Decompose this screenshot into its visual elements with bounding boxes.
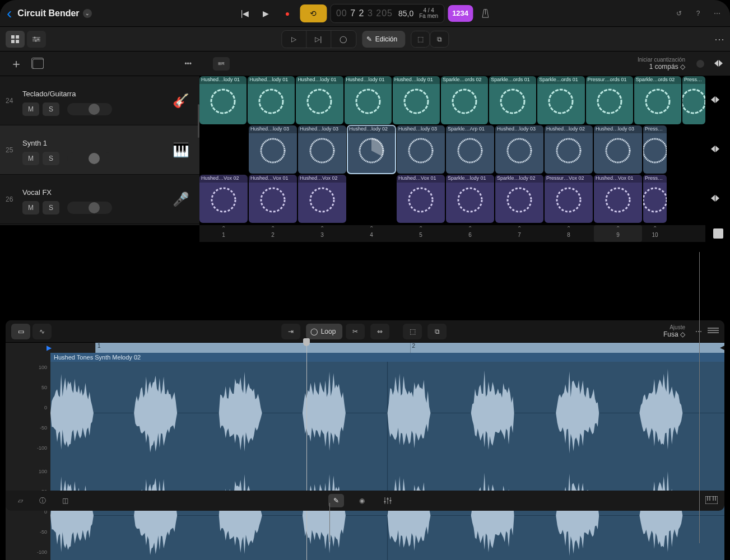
loop-cell[interactable]: Hushed…lody 01 <box>345 76 392 124</box>
loop-cell[interactable]: Pressur…ords 01 <box>586 76 633 124</box>
loop-cell[interactable]: Hushed…Vox 01 <box>249 175 297 223</box>
selection-tool-button[interactable]: ⬚ <box>411 31 430 48</box>
back-button[interactable]: ‹ <box>7 4 12 22</box>
stretch-button[interactable]: ⇔ <box>370 324 389 339</box>
loop-cell[interactable] <box>199 125 248 174</box>
go-to-start-button[interactable]: |◀ <box>236 4 254 22</box>
row-trigger-button[interactable] <box>711 195 724 205</box>
loop-cell[interactable]: Hushed…lody 03 <box>495 125 543 174</box>
copy-tool-button[interactable]: ⧉ <box>430 31 449 48</box>
region-view-button[interactable]: ▭ <box>11 324 30 339</box>
edit-mode-button[interactable]: ✎ Edición <box>362 31 405 48</box>
loop-cell[interactable]: Hushed…lody 03 <box>249 125 297 174</box>
keyboard-icon[interactable] <box>705 496 718 506</box>
volume-fader[interactable] <box>67 152 112 165</box>
loop-cell[interactable]: Pressur…Vox 02 <box>545 175 593 223</box>
loop-cell[interactable]: Hushed…lody 01 <box>248 76 295 124</box>
solo-button[interactable]: S <box>43 102 59 116</box>
play-button[interactable]: ▶ <box>257 4 275 22</box>
scene-trigger[interactable]: 9 <box>594 225 642 242</box>
loop-cell[interactable]: Pressur… <box>643 125 667 174</box>
snap-button[interactable]: ⇥ <box>281 324 300 339</box>
mute-button[interactable]: M <box>22 152 39 165</box>
edit-pencil-icon[interactable]: ✎ <box>328 494 344 507</box>
tray-icon[interactable]: ▱ <box>12 494 28 507</box>
scissors-button[interactable]: ✂ <box>346 324 365 339</box>
editor-ruler[interactable]: 1 2 ◀ <box>95 343 724 353</box>
grid-view-button[interactable] <box>6 31 25 48</box>
stop-all-button[interactable] <box>713 228 723 239</box>
loop-cell[interactable]: Hushed…lody 03 <box>397 125 445 174</box>
volume-fader[interactable] <box>67 103 112 115</box>
loop-cell[interactable]: Hushed…lody 01 <box>199 76 247 124</box>
track-header[interactable]: 25 Synth 1 M S 🎹 <box>0 125 199 175</box>
mute-button[interactable]: M <box>22 201 39 214</box>
undo-icon[interactable]: ↺ <box>673 7 685 20</box>
loop-cell[interactable]: Hushed…lody 03 <box>298 125 346 174</box>
record-button[interactable]: ● <box>278 4 296 22</box>
scene-trigger[interactable]: 4 <box>347 225 396 242</box>
info-icon[interactable]: ⓘ <box>35 494 50 507</box>
loop-cell[interactable]: Hushed…lody 01 <box>393 76 440 124</box>
track-header[interactable]: 24 Teclado/Guitarra M S 🎸 <box>0 76 199 125</box>
mixer-sliders-icon[interactable] <box>380 494 396 507</box>
loop-cell[interactable]: Hushed…Vox 02 <box>199 175 248 223</box>
loop-cell[interactable]: Pressur… <box>682 76 705 124</box>
solo-button[interactable]: S <box>43 201 59 214</box>
duplicate-track-button[interactable] <box>32 59 44 69</box>
loop-cell[interactable]: Pressur… <box>643 175 667 223</box>
loop-cell[interactable]: Sparkle…lody 01 <box>446 175 494 223</box>
scene-trigger[interactable]: 6 <box>446 225 494 242</box>
scene-trigger[interactable]: 7 <box>495 225 543 242</box>
loop-cell[interactable]: Sparkle…ords 01 <box>489 76 536 124</box>
metronome-button[interactable] <box>476 4 494 22</box>
copy-button[interactable]: ⧉ <box>427 324 447 339</box>
preview-step-button[interactable]: ▷| <box>306 31 331 48</box>
waveform-area[interactable] <box>50 362 724 560</box>
loop-cell[interactable]: Hushed…lody 02 <box>545 125 593 174</box>
count-in-button[interactable]: 1234 <box>448 5 473 22</box>
scene-trigger[interactable]: 10 <box>643 225 667 242</box>
loop-cell[interactable]: Hushed…Vox 01 <box>397 175 445 223</box>
track-header[interactable]: 26 Vocal FX M S 🎤 <box>0 175 199 224</box>
solo-button[interactable]: S <box>43 152 59 165</box>
scene-trigger[interactable]: 1 <box>199 225 248 242</box>
volume-fader[interactable] <box>67 202 112 214</box>
loop-cell[interactable]: Sparkle…ords 02 <box>441 76 488 124</box>
tempo-bpm[interactable]: 85,0 <box>398 9 413 18</box>
loop-cell[interactable] <box>347 175 396 223</box>
loop-button[interactable]: ◯ Loop <box>306 324 343 339</box>
mute-button[interactable]: M <box>22 102 39 116</box>
help-icon[interactable]: ? <box>692 7 704 20</box>
loop-cell[interactable]: Hushed…lody 01 <box>296 76 343 124</box>
scene-trigger[interactable]: 8 <box>545 225 593 242</box>
snap-value-menu[interactable]: Ajuste Fusa ◇ <box>663 324 685 338</box>
add-track-button[interactable]: ＋ <box>10 55 22 72</box>
preview-play-button[interactable]: ▷ <box>282 31 306 48</box>
editor-more-button[interactable]: ⋯ <box>695 328 702 335</box>
loop-cell[interactable]: Hushed…Vox 01 <box>594 175 642 223</box>
loop-cell[interactable]: Hushed…lody 03 <box>594 125 642 174</box>
more-icon[interactable]: ⋯ <box>711 7 723 20</box>
editor-playhead[interactable] <box>306 343 307 560</box>
time-signature[interactable]: 4 / 4 Fa men <box>419 8 438 19</box>
row-trigger-button[interactable] <box>711 146 724 156</box>
panels-icon[interactable]: ◫ <box>57 494 73 507</box>
scene-trigger[interactable]: 5 <box>397 225 445 242</box>
preview-record-button[interactable]: ◯ <box>331 31 356 48</box>
scene-trigger[interactable]: 2 <box>249 225 297 242</box>
mixer-view-button[interactable] <box>27 31 46 48</box>
loop-cell[interactable]: Hushed…Vox 02 <box>298 175 346 223</box>
lcd-display[interactable]: 00 7 2 3 205 85,0 4 / 4 Fa men <box>330 4 444 23</box>
scene-trigger-all[interactable] <box>714 60 724 68</box>
cycle-button[interactable]: ⟲ <box>300 4 327 22</box>
chevron-down-icon[interactable]: ⌄ <box>83 9 92 18</box>
loop-cell[interactable]: Hushed…lody 02 <box>347 125 396 174</box>
loop-cell[interactable]: Sparkle…ords 01 <box>537 76 584 124</box>
tuner-icon[interactable]: ◉ <box>354 494 370 507</box>
track-header-more-button[interactable]: ••• <box>184 60 192 68</box>
toolbar-more-button[interactable]: ⋯ <box>714 33 724 45</box>
reorder-button[interactable]: ≡R <box>213 57 230 71</box>
flex-view-button[interactable]: ∿ <box>32 324 52 339</box>
project-title[interactable]: Circuit Bender ⌄ <box>17 8 91 18</box>
